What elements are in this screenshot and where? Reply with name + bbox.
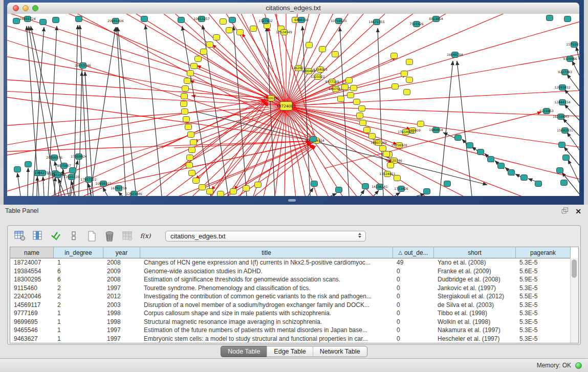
network-node[interactable]	[380, 146, 386, 151]
network-node[interactable]	[364, 127, 371, 133]
network-node[interactable]	[76, 16, 82, 22]
table-row[interactable]: 946554611997Estimation of the future num…	[10, 326, 571, 335]
network-node[interactable]	[563, 155, 570, 161]
network-node[interactable]	[357, 113, 363, 119]
network-node[interactable]	[306, 42, 313, 48]
network-node[interactable]	[181, 94, 188, 99]
network-node[interactable]	[191, 63, 198, 69]
network-node[interactable]	[201, 49, 207, 55]
table-row[interactable]: 969969511998Structural magnetic resonanc…	[10, 318, 571, 326]
network-node[interactable]	[354, 99, 360, 105]
network-node[interactable]	[351, 85, 357, 91]
column-header-pagerank[interactable]: pagerank	[516, 247, 571, 258]
table-row[interactable]: 946362711997Embryonic stem cells: a mode…	[10, 335, 571, 343]
network-node[interactable]	[53, 17, 59, 23]
network-node[interactable]	[182, 86, 189, 92]
network-node[interactable]	[488, 157, 494, 162]
network-node[interactable]	[557, 168, 563, 173]
network-canvas[interactable]: 1830029519384554116281599904446734023112…	[7, 14, 579, 196]
network-node[interactable]	[418, 121, 424, 127]
network-node[interactable]	[332, 52, 339, 57]
tab-network-table[interactable]: Network Table	[313, 346, 367, 357]
network-node[interactable]	[195, 56, 202, 62]
network-node[interactable]	[40, 19, 47, 25]
network-node[interactable]	[338, 96, 344, 102]
table-settings-icon[interactable]	[14, 230, 26, 242]
network-node[interactable]	[401, 71, 408, 77]
network-node[interactable]	[220, 19, 227, 25]
network-node[interactable]	[255, 182, 262, 188]
network-node[interactable]	[187, 155, 193, 161]
network-canvas-svg[interactable]: 1830029519384554116281599904446734023112…	[7, 14, 579, 196]
network-node[interactable]	[424, 189, 430, 194]
network-node[interactable]	[455, 135, 462, 141]
network-node[interactable]	[347, 93, 354, 98]
tab-edge-table[interactable]: Edge Table	[267, 346, 312, 357]
tab-node-table[interactable]: Node Table	[221, 346, 267, 357]
scrollbar-thumb[interactable]	[572, 259, 577, 278]
network-node[interactable]	[183, 117, 190, 122]
network-node[interactable]	[559, 142, 565, 148]
table-row[interactable]: 1938455462009Genome-wide association stu…	[10, 267, 571, 276]
network-node[interactable]	[237, 30, 244, 35]
stacked-rows-icon[interactable]	[68, 230, 80, 242]
network-node[interactable]	[141, 16, 148, 22]
network-node[interactable]	[360, 120, 366, 126]
network-node[interactable]	[391, 53, 398, 59]
network-node[interactable]	[181, 101, 187, 107]
table-row[interactable]: 2242004622012Investigating the contribut…	[10, 292, 571, 301]
column-header-short[interactable]: short	[434, 247, 516, 258]
network-node[interactable]	[310, 137, 317, 142]
network-node[interactable]	[178, 17, 185, 23]
network-node[interactable]	[404, 90, 410, 95]
network-node[interactable]	[547, 15, 553, 21]
network-node[interactable]	[250, 26, 257, 32]
select-all-icon[interactable]	[50, 230, 62, 242]
import-table-icon[interactable]	[121, 230, 134, 242]
table-row[interactable]: 911546021997Tourette syndrome. Phenomeno…	[10, 284, 571, 293]
network-node[interactable]	[362, 184, 369, 189]
network-node[interactable]	[243, 186, 250, 191]
network-node[interactable]	[406, 59, 413, 65]
network-node[interactable]	[521, 175, 528, 181]
network-node[interactable]	[406, 77, 413, 83]
network-node[interactable]	[387, 163, 394, 168]
network-node[interactable]	[189, 170, 195, 176]
table-selector-dropdown[interactable]: citations_edges.txt	[165, 231, 366, 242]
network-node[interactable]	[14, 167, 21, 172]
column-header-name[interactable]: name	[10, 247, 54, 258]
network-node[interactable]	[369, 134, 376, 139]
network-node[interactable]	[319, 47, 326, 52]
network-node[interactable]	[186, 163, 193, 168]
function-builder-icon[interactable]: f(x)	[139, 230, 151, 242]
network-node[interactable]	[498, 163, 505, 169]
network-node[interactable]	[213, 35, 220, 40]
column-header-year[interactable]: year	[103, 247, 140, 258]
network-node[interactable]	[229, 17, 236, 23]
network-node[interactable]	[207, 189, 213, 194]
network-node[interactable]	[394, 176, 401, 181]
show-column-icon[interactable]	[32, 230, 44, 242]
network-node[interactable]	[182, 109, 188, 115]
close-panel-icon[interactable]: ✕	[575, 208, 581, 215]
network-node[interactable]	[311, 181, 318, 187]
network-window-titlebar[interactable]: citations_edges.txt	[7, 3, 579, 14]
float-panel-icon[interactable]	[561, 207, 569, 216]
delete-table-icon[interactable]	[103, 230, 116, 242]
network-node[interactable]	[199, 185, 206, 190]
network-node[interactable]	[184, 78, 191, 84]
network-node[interactable]	[561, 180, 568, 186]
network-node[interactable]	[346, 78, 353, 83]
network-node[interactable]	[207, 42, 213, 48]
network-node[interactable]	[392, 84, 399, 90]
table-vertical-scrollbar[interactable]	[570, 258, 578, 343]
network-node[interactable]	[188, 132, 194, 138]
table-row[interactable]: 1872400712008Changes of HCN gene express…	[10, 258, 571, 267]
network-node[interactable]	[185, 124, 192, 130]
table-row[interactable]: 1456911722003Disruption of a novel membe…	[10, 301, 571, 310]
network-node[interactable]	[336, 187, 342, 193]
network-node[interactable]	[342, 84, 349, 90]
table-row[interactable]: 1830029562008Estimation of significance …	[10, 275, 571, 284]
memory-status-indicator[interactable]	[575, 362, 582, 369]
network-node[interactable]	[25, 162, 32, 167]
